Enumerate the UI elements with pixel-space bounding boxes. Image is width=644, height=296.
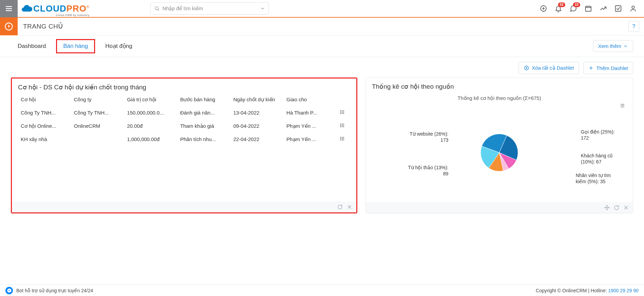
svg-point-25 [340, 113, 341, 114]
add-dashlet-label: Thêm Dashlet [596, 65, 628, 71]
col-value: Giá trị cơ hội [124, 94, 177, 106]
table-cell: 13-04-2022 [231, 106, 284, 119]
view-more-button[interactable]: Xem thêm [593, 40, 633, 52]
table-row[interactable]: Cơ hội Online...OnlineCRM20.00đTham khảo… [18, 119, 350, 133]
svg-rect-0 [6, 6, 12, 7]
table-row[interactable]: KH xây nhà1,000,000.00đPhân tích nhu...2… [18, 133, 350, 146]
messages-button[interactable]: 10 [567, 2, 580, 15]
col-stage: Bước bán hàng [177, 94, 230, 106]
svg-rect-8 [586, 6, 591, 12]
hamburger-menu[interactable] [0, 0, 18, 17]
row-menu-icon[interactable] [340, 123, 345, 128]
dashlet-opportunities: Cơ hội - DS Cơ hội dự kiến chốt trong th… [11, 77, 357, 213]
global-search[interactable]: Nhập để tìm kiếm [150, 2, 269, 15]
table-cell: 1,000,000.00đ [124, 133, 177, 146]
pie-chart [477, 130, 521, 175]
table-cell: Đánh giá năn... [177, 106, 230, 119]
add-dashlet-button[interactable]: Thêm Dashlet [583, 62, 633, 74]
chart-menu-button[interactable]: ≡ [620, 101, 625, 110]
table-cell: Hà Thanh P... [284, 106, 337, 119]
table-cell: 20.00đ [124, 119, 177, 133]
table-cell: Công Ty TNH... [71, 106, 124, 119]
check-icon [614, 5, 622, 12]
chart-subtitle: Thống kê cơ hội theo nguồn (Σ=675) [372, 95, 627, 101]
brand-logo[interactable]: CLOUDPRO® Cloud CRM by Industry [18, 0, 93, 17]
pie-label-old: Khách hàng cũ (10%): 67 [581, 153, 622, 165]
messages-badge: 10 [573, 2, 580, 7]
refresh-icon[interactable] [337, 204, 343, 210]
svg-point-35 [340, 137, 341, 137]
refresh-icon[interactable] [614, 205, 619, 210]
table-cell: Phạm Yến ... [284, 133, 337, 146]
table-cell: Cơ hội Online... [18, 119, 71, 133]
search-icon [154, 6, 160, 11]
svg-point-31 [340, 126, 341, 127]
col-opportunity: Cơ hội [18, 94, 71, 106]
calendar-button[interactable] [582, 2, 595, 15]
help-icon: ? [632, 23, 636, 30]
row-menu-icon[interactable] [340, 136, 345, 141]
table-cell: OnlineCRM [71, 119, 124, 133]
pie-label-website: Từ website (26%): 173 [408, 131, 448, 143]
help-button[interactable]: ? [628, 21, 639, 32]
user-icon [629, 5, 637, 12]
svg-rect-1 [6, 8, 12, 9]
tab-ban-hang[interactable]: Bán hàng [56, 39, 95, 53]
svg-rect-2 [6, 10, 12, 11]
col-company: Công ty [71, 94, 124, 106]
notifications-button[interactable]: 52 [552, 2, 565, 15]
opportunities-table: Cơ hội Công ty Giá trị cơ hội Bước bán h… [18, 94, 350, 146]
clear-dashlets-button[interactable]: Xóa tất cả Dashlet [519, 62, 579, 74]
plus-icon [588, 65, 594, 71]
table-row[interactable]: Công Ty TNH...Công Ty TNH...150,000,000.… [18, 106, 350, 119]
svg-point-36 [340, 138, 341, 139]
table-cell: Phân tích nhu... [177, 133, 230, 146]
svg-rect-12 [615, 6, 621, 12]
table-cell: 09-04-2022 [231, 119, 284, 133]
pie-label-seminar: Từ hội thảo (13%): 89 [408, 164, 448, 177]
svg-point-3 [155, 7, 158, 10]
add-button[interactable] [537, 2, 550, 15]
row-menu-icon[interactable] [340, 109, 345, 115]
svg-point-13 [632, 6, 634, 8]
svg-point-24 [340, 112, 341, 112]
calendar-icon [585, 5, 592, 12]
table-cell: Tham khảo giá [177, 119, 230, 133]
view-more-label: Xem thêm [598, 43, 621, 49]
close-icon[interactable] [623, 205, 629, 210]
chevron-down-icon [623, 44, 628, 49]
dashlet-pie-chart: Thống kê cơ hội theo nguồn Thống kê cơ h… [365, 77, 633, 213]
chevron-down-icon [260, 6, 265, 11]
search-placeholder: Nhập để tìm kiếm [162, 5, 260, 12]
profile-button[interactable] [626, 2, 640, 15]
notifications-badge: 52 [558, 2, 565, 7]
svg-point-37 [340, 140, 341, 140]
analytics-icon [600, 5, 607, 12]
pie-label-call: Gọi điện (25%): 172 [581, 129, 622, 141]
svg-point-30 [340, 125, 341, 125]
table-cell [71, 133, 124, 146]
logo-subtitle: Cloud CRM by Industry [33, 14, 89, 17]
analytics-button[interactable] [596, 2, 610, 15]
table-cell: Phạm Yến ... [284, 119, 337, 133]
page-title: TRANG CHỦ [23, 22, 63, 30]
table-cell: 150,000,000.0... [124, 106, 177, 119]
close-icon[interactable] [347, 204, 352, 210]
logo-text-main: CLOUD [33, 3, 66, 14]
tab-dashboard[interactable]: Dashboard [11, 39, 53, 53]
move-icon[interactable] [604, 205, 610, 210]
col-close-date: Ngày chốt dự kiến [231, 94, 284, 106]
svg-point-29 [340, 124, 341, 124]
clear-dashlets-label: Xóa tất cả Dashlet [532, 65, 574, 71]
table-cell: KH xây nhà [18, 133, 71, 146]
module-icon [0, 18, 18, 35]
close-circle-icon [524, 65, 529, 71]
col-assignee: Giao cho [284, 94, 337, 106]
svg-point-23 [340, 110, 341, 111]
table-cell: Công Ty TNH... [18, 106, 71, 119]
pie-label-staff: Nhân viên tự tìm kiếm (5%): 35 [576, 172, 616, 185]
logo-reg: ® [87, 5, 89, 9]
tab-hoat-dong[interactable]: Hoạt động [99, 39, 139, 53]
tasks-button[interactable] [611, 2, 625, 15]
logo-text-pro: PRO [66, 3, 86, 14]
